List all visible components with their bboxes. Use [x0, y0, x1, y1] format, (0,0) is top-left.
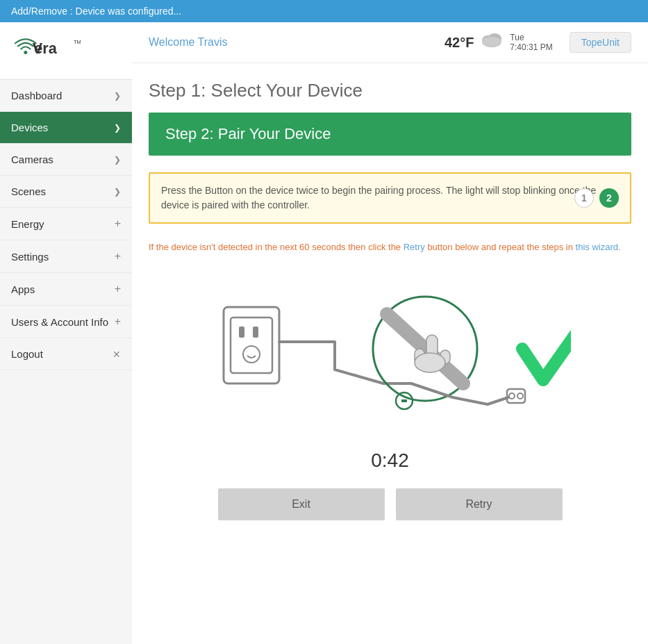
svg-point-0: [24, 51, 27, 54]
welcome-text: Welcome Travis: [149, 36, 228, 49]
sidebar-item-label: Dashboard: [11, 90, 62, 101]
exit-button[interactable]: Exit: [218, 488, 385, 520]
svg-rect-11: [253, 327, 258, 338]
chevron-right-icon: ❯: [114, 91, 121, 101]
svg-line-14: [387, 314, 463, 383]
time-display: 7:40:31 PM: [510, 42, 552, 52]
content-header: Welcome Travis 42°F Tue 7:40:31 PM: [132, 22, 648, 63]
sidebar-item-devices[interactable]: Devices ❯: [0, 112, 132, 144]
sidebar-item-label: Energy: [11, 218, 44, 230]
cloud-icon: [479, 31, 504, 54]
plus-icon: +: [115, 283, 121, 295]
chevron-right-icon: ❯: [114, 155, 121, 165]
retry-button[interactable]: Retry: [396, 488, 563, 520]
unit-badge: TopeUnit: [570, 32, 631, 53]
svg-point-21: [509, 393, 515, 399]
device-illustration: [149, 269, 631, 436]
main-content: Welcome Travis 42°F Tue 7:40:31 PM: [132, 22, 648, 644]
step-indicator-2: 2: [599, 188, 619, 208]
page-body: Step 1: Select Your Device Step 2: Pair …: [132, 63, 648, 644]
close-icon: ✕: [113, 349, 121, 360]
svg-point-7: [482, 37, 501, 47]
pairing-illustration: [210, 272, 571, 432]
sidebar-item-label: Apps: [11, 283, 35, 295]
sidebar-item-label: Cameras: [11, 154, 53, 165]
sidebar-item-settings[interactable]: Settings +: [0, 240, 132, 273]
step1-title: Step 1: Select Your Device: [149, 80, 631, 101]
day-display: Tue: [510, 33, 552, 42]
sidebar-item-scenes[interactable]: Scenes ❯: [0, 176, 132, 208]
sidebar-navigation: Dashboard ❯ Devices ❯ Cameras ❯ Scenes ❯…: [0, 80, 132, 644]
sidebar-item-logout[interactable]: Logout ✕: [0, 338, 132, 370]
timer-display: 0:42: [149, 449, 631, 472]
step2-banner: Step 2: Pair Your Device: [149, 113, 631, 156]
plus-icon: +: [115, 217, 121, 230]
instruction-text: Press the Button on the device twice to …: [161, 183, 619, 213]
sidebar-item-energy[interactable]: Energy +: [0, 208, 132, 240]
sidebar-item-label: Devices: [11, 122, 48, 133]
sidebar-item-label: Scenes: [11, 185, 46, 197]
sidebar-item-cameras[interactable]: Cameras ❯: [0, 144, 132, 176]
banner-text: Add/Remove : Device was configured...: [11, 6, 181, 17]
sidebar-item-label: Settings: [11, 251, 49, 263]
svg-text:TM: TM: [74, 39, 81, 45]
warning-text: If the device isn't detected in the next…: [149, 240, 631, 255]
weather-block: 42°F Tue 7:40:31 PM: [445, 31, 553, 54]
chevron-right-icon: ❯: [114, 123, 121, 133]
sidebar-item-label: Logout: [11, 348, 43, 360]
vera-logo: era V TM: [11, 32, 81, 67]
sidebar: era V TM Dashboard ❯ Devices ❯ Cameras ❯: [0, 22, 132, 644]
time-block: Tue 7:40:31 PM: [510, 33, 552, 52]
svg-point-22: [517, 393, 523, 399]
svg-point-12: [243, 346, 260, 363]
action-buttons: Exit Retry: [149, 488, 631, 520]
chevron-right-icon: ❯: [114, 187, 121, 197]
svg-rect-10: [239, 327, 244, 338]
step-indicators: 1 2: [574, 188, 619, 208]
top-banner: Add/Remove : Device was configured...: [0, 0, 648, 22]
svg-point-19: [415, 353, 445, 372]
sidebar-item-label: Users & Account Info: [11, 316, 108, 328]
instruction-box: Press the Button on the device twice to …: [149, 172, 631, 224]
sidebar-item-dashboard[interactable]: Dashboard ❯: [0, 80, 132, 112]
plus-icon: +: [115, 250, 121, 263]
sidebar-item-users-account[interactable]: Users & Account Info +: [0, 306, 132, 338]
sidebar-item-apps[interactable]: Apps +: [0, 273, 132, 306]
svg-text:V: V: [33, 40, 43, 57]
sidebar-logo: era V TM: [0, 22, 132, 80]
step-indicator-1: 1: [574, 188, 594, 208]
plus-icon: +: [115, 315, 121, 328]
temperature-display: 42°F: [445, 35, 474, 51]
